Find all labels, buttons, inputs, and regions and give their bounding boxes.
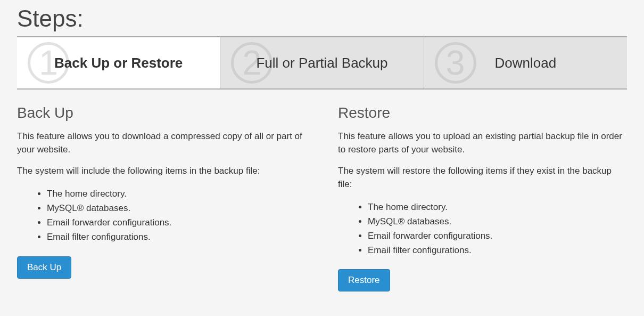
- restore-list-intro: The system will restore the following it…: [338, 165, 627, 191]
- page-title: Steps:: [17, 5, 627, 32]
- restore-title: Restore: [338, 104, 627, 121]
- step-label: Download: [495, 55, 557, 71]
- backup-items-list: The home directory. MySQL® databases. Em…: [47, 187, 306, 245]
- step-tab-full-partial[interactable]: 2 Full or Partial Backup: [220, 37, 424, 88]
- backup-list-intro: The system will include the following it…: [17, 165, 306, 178]
- restore-items-list: The home directory. MySQL® databases. Em…: [368, 200, 627, 258]
- steps-tabs: 1 Back Up or Restore 2 Full or Partial B…: [17, 36, 627, 90]
- backup-description: This feature allows you to download a co…: [17, 130, 306, 156]
- list-item: The home directory.: [368, 200, 627, 214]
- list-item: Email filter configurations.: [368, 243, 627, 257]
- step-tab-download[interactable]: 3 Download: [424, 37, 627, 88]
- step-label: Full or Partial Backup: [256, 55, 387, 71]
- list-item: Email filter configurations.: [47, 230, 306, 244]
- list-item: Email forwarder configurations.: [47, 215, 306, 230]
- list-item: MySQL® databases.: [47, 201, 306, 215]
- list-item: MySQL® databases.: [368, 214, 627, 229]
- step-label: Back Up or Restore: [54, 55, 183, 71]
- list-item: The home directory.: [47, 187, 306, 201]
- content-columns: Back Up This feature allows you to downl…: [17, 104, 627, 291]
- backup-button[interactable]: Back Up: [17, 256, 71, 279]
- backup-title: Back Up: [17, 104, 306, 121]
- step-number-icon: 3: [435, 42, 476, 84]
- backup-section: Back Up This feature allows you to downl…: [17, 104, 306, 291]
- restore-description: This feature allows you to upload an exi…: [338, 130, 627, 156]
- restore-button[interactable]: Restore: [338, 269, 390, 291]
- step-tab-backup-restore[interactable]: 1 Back Up or Restore: [17, 37, 220, 88]
- list-item: Email forwarder configurations.: [368, 229, 627, 243]
- restore-section: Restore This feature allows you to uploa…: [338, 104, 627, 291]
